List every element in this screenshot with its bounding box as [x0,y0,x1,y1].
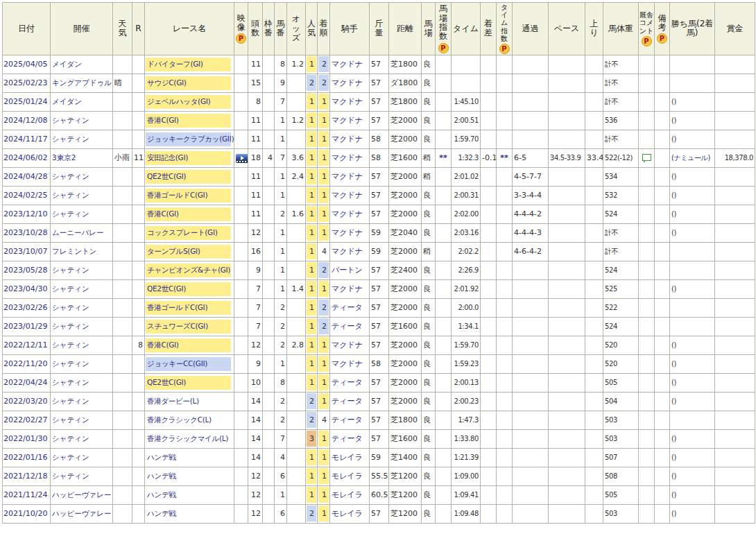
date-link[interactable]: 2023/01/29 [3,322,47,331]
p-badge-icon[interactable]: P [438,43,449,53]
race-link[interactable]: QE2世C(GI) [146,282,231,296]
jockey-link[interactable]: マクドナ [332,284,363,293]
date-link[interactable]: 2025/01/24 [3,97,47,106]
date-link[interactable]: 2024/12/08 [3,116,47,125]
video-icon[interactable] [236,154,248,163]
date-link[interactable]: 2023/12/10 [3,209,47,218]
jockey-link[interactable]: マクドナ [332,209,363,218]
date-link[interactable]: 2022/03/20 [3,397,47,406]
jockey-link[interactable]: マクドナ [332,247,363,256]
p-badge-icon[interactable]: P [499,44,510,54]
race-link[interactable]: 香港ゴールドC(GI) [146,189,231,202]
race-link[interactable]: 香港ダービー(L) [146,395,231,408]
jockey-link[interactable]: マクドナ [332,228,363,237]
jockey-link[interactable]: マクドナ [332,341,363,350]
race-link[interactable]: QE2世C(GI) [146,170,231,184]
jockey-link[interactable]: マクドナ [332,172,363,181]
race-link[interactable]: ターンブルS(GI) [146,245,231,259]
venue-link[interactable]: ハッピーヴァレー [52,490,111,499]
date-link[interactable]: 2023/05/28 [3,266,47,275]
race-link[interactable]: 安田記念(GI) [146,151,231,165]
race-link[interactable]: 香港C(GI) [146,114,231,128]
date-link[interactable]: 2023/10/07 [3,247,47,256]
race-link[interactable]: ドバイターフ(GI) [146,58,231,71]
jockey-link[interactable]: モレイラ [332,509,363,518]
race-link[interactable]: 香港C(GI) [146,338,231,352]
date-link[interactable]: 2023/10/28 [3,228,47,237]
venue-link[interactable]: シャティン [52,378,89,386]
venue-link[interactable]: ムーニーバレー [52,228,103,236]
venue-link[interactable]: 3東京2 [52,153,76,162]
date-link[interactable]: 2024/02/25 [3,191,47,200]
jockey-link[interactable]: マクドナ [332,135,363,144]
date-link[interactable]: 2022/01/30 [3,434,47,443]
race-link[interactable]: チャンピオンズ&チャ(GI) [146,264,231,277]
race-link[interactable]: QE2世C(GI) [146,376,231,390]
venue-link[interactable]: シャティン [52,116,89,124]
race-link[interactable]: ジェベルハッタ(GI) [146,95,231,109]
date-link[interactable]: 2025/02/23 [3,78,47,87]
venue-link[interactable]: シャティン [52,191,89,199]
p-badge-icon[interactable]: P [642,36,652,46]
jockey-link[interactable]: マクドナ [332,78,363,87]
venue-link[interactable]: メイダン [52,97,82,105]
race-link[interactable]: ハンデ戦 [146,507,231,521]
date-link[interactable]: 2025/04/05 [3,60,47,69]
race-link[interactable]: 香港クラシックC(L) [146,413,231,427]
date-link[interactable]: 2023/02/26 [3,303,47,312]
venue-link[interactable]: シャティン [52,303,89,311]
p-badge-icon[interactable]: P [236,33,246,44]
date-link[interactable]: 2024/11/17 [3,135,47,144]
date-link[interactable]: 2022/02/27 [3,415,47,424]
date-link[interactable]: 2022/01/16 [3,453,47,462]
date-link[interactable]: 2021/12/18 [3,472,47,481]
venue-link[interactable]: シャティン [52,472,89,480]
race-link[interactable]: スチュワーズC(GI) [146,320,231,334]
venue-link[interactable]: シャティン [52,341,89,349]
race-link[interactable]: ハンデ戦 [146,469,231,483]
date-link[interactable]: 2024/06/02 [3,153,47,162]
venue-link[interactable]: シャティン [52,209,89,218]
date-link[interactable]: 2022/12/11 [3,341,47,350]
venue-link[interactable]: シャティン [52,453,89,461]
jockey-link[interactable]: ティータ [332,397,363,406]
jockey-link[interactable]: マクドナ [332,153,363,162]
venue-link[interactable]: シャティン [52,434,89,442]
date-link[interactable]: 2022/11/20 [3,359,47,368]
jockey-link[interactable]: マクドナ [332,97,363,106]
venue-link[interactable]: キングアブドゥル [52,78,112,87]
jockey-link[interactable]: モレイラ [332,453,363,462]
winner-link[interactable]: (ナミュール) [671,154,710,162]
date-link[interactable]: 2022/04/24 [3,378,47,387]
jockey-link[interactable]: ティータ [332,303,363,312]
race-link[interactable]: ハンデ戦 [146,488,231,502]
stable-comment-icon[interactable] [642,154,651,161]
venue-link[interactable]: シャティン [52,284,89,293]
race-link[interactable]: ジョッキークラブカッ(GII) [146,132,231,146]
date-link[interactable]: 2021/11/24 [3,490,47,499]
p-badge-icon[interactable]: P [657,33,667,44]
venue-link[interactable]: シャティン [52,415,89,424]
date-link[interactable]: 2024/04/28 [3,172,47,181]
date-link[interactable]: 2023/04/30 [3,284,47,293]
venue-link[interactable]: シャティン [52,322,89,330]
jockey-link[interactable]: ティータ [332,378,363,387]
jockey-link[interactable]: マクドナ [332,116,363,125]
race-link[interactable]: サウジC(GI) [146,76,231,90]
venue-link[interactable]: シャティン [52,266,89,274]
jockey-link[interactable]: マクドナ [332,359,363,368]
race-link[interactable]: 香港クラシックマイル(L) [146,432,231,446]
race-link[interactable]: コックスプレート(GI) [146,226,231,240]
venue-link[interactable]: メイダン [52,60,82,68]
jockey-link[interactable]: マクドナ [332,60,363,69]
date-link[interactable]: 2021/10/20 [3,509,47,518]
race-link[interactable]: ハンデ戦 [146,451,231,465]
venue-link[interactable]: シャティン [52,359,89,368]
jockey-link[interactable]: ティータ [332,434,363,443]
jockey-link[interactable]: マクドナ [332,191,363,200]
jockey-link[interactable]: モレイラ [332,472,363,481]
race-link[interactable]: 香港C(GI) [146,207,231,221]
venue-link[interactable]: フレミントン [52,247,96,255]
jockey-link[interactable]: バートン [332,266,363,275]
venue-link[interactable]: シャティン [52,397,89,405]
